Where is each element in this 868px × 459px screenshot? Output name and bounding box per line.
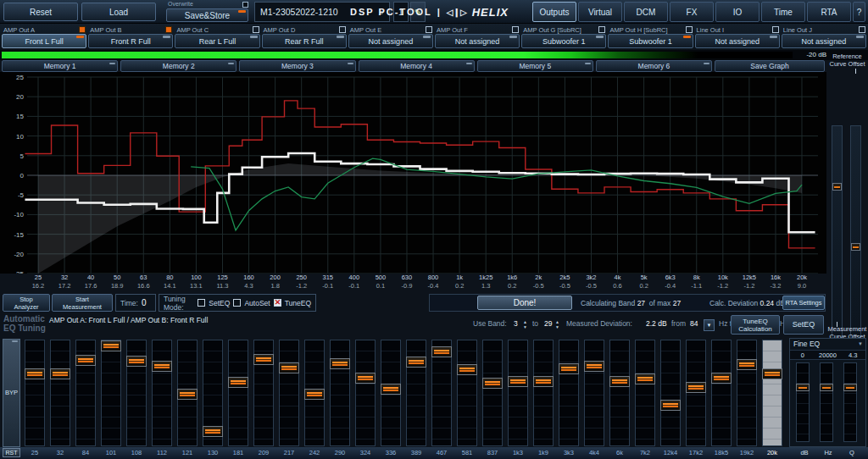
eq-slider-20k[interactable]: [762, 340, 782, 446]
eq-slider-84[interactable]: [75, 340, 96, 446]
eq-slider-18k5[interactable]: [711, 340, 732, 446]
eq-slider-handle[interactable]: [253, 354, 274, 365]
channel-checkbox[interactable]: [686, 26, 693, 33]
eq-slider-32[interactable]: [50, 340, 70, 446]
eq-slider-handle[interactable]: [25, 368, 45, 379]
channel-checkbox[interactable]: [772, 26, 779, 33]
channel-checkbox[interactable]: [253, 26, 259, 33]
reference-offset-handle[interactable]: [851, 243, 860, 251]
channel-assign-button[interactable]: Front L Full: [2, 34, 86, 48]
channel-checkbox[interactable]: [426, 26, 432, 33]
fine-eq-slider-handle[interactable]: [843, 384, 857, 391]
eq-slider-handle[interactable]: [457, 364, 477, 375]
fine-eq-slider-db[interactable]: [796, 362, 810, 442]
eq-slider-handle[interactable]: [126, 356, 147, 367]
eq-slider-389[interactable]: [406, 340, 426, 446]
band-from-spinner[interactable]: ▲▼: [522, 319, 528, 330]
eq-slider-handle[interactable]: [686, 382, 706, 393]
eq-slider-handle[interactable]: [330, 358, 350, 369]
eq-slider-handle[interactable]: [762, 368, 782, 379]
fine-eq-header[interactable]: Fine EQ ▼: [790, 339, 865, 350]
fine-eq-slider-handle[interactable]: [796, 384, 810, 391]
eq-slider-7k2[interactable]: [635, 340, 655, 446]
freq-from-value[interactable]: 84: [690, 319, 698, 328]
fine-eq-value[interactable]: 20000: [815, 351, 841, 359]
eq-slider-handle[interactable]: [101, 340, 121, 351]
mode-checkbox-tuneeq[interactable]: [274, 299, 281, 307]
eq-slider-242[interactable]: [304, 340, 325, 446]
eq-slider-handle[interactable]: [431, 346, 452, 357]
eq-slider-handle[interactable]: [381, 384, 401, 395]
eq-slider-handle[interactable]: [711, 373, 732, 384]
channel-assign-button[interactable]: Not assigned: [348, 34, 433, 48]
help-button[interactable]: ?: [853, 2, 865, 22]
eq-slider-handle[interactable]: [737, 359, 757, 370]
eq-slider-19k2[interactable]: [737, 340, 757, 446]
eq-slider-121[interactable]: [177, 340, 198, 446]
channel-checkbox[interactable]: [859, 26, 865, 33]
eq-slider-handle[interactable]: [533, 376, 554, 387]
eq-slider-handle[interactable]: [482, 378, 503, 389]
channel-assign-button[interactable]: Rear R Full: [262, 34, 347, 48]
stop-analyzer-button[interactable]: StopAnalyzer: [3, 294, 50, 312]
channel-assign-button[interactable]: Front R Full: [88, 34, 173, 48]
eq-slider-130[interactable]: [203, 340, 223, 446]
channel-assign-button[interactable]: Not assigned: [695, 34, 780, 48]
channel-checkbox[interactable]: [598, 26, 605, 33]
measurement-offset-handle[interactable]: [832, 183, 842, 191]
eq-slider-6k[interactable]: [609, 340, 630, 446]
rta-settings-button[interactable]: RTA Settings: [782, 296, 825, 310]
freq-from-dropdown[interactable]: ▼: [704, 319, 715, 331]
channel-checkbox[interactable]: [339, 26, 346, 33]
eq-slider-12k4[interactable]: [660, 340, 681, 446]
eq-slider-837[interactable]: [482, 340, 503, 446]
eq-slider-25[interactable]: [25, 340, 45, 446]
eq-slider-handle[interactable]: [584, 361, 604, 372]
eq-slider-336[interactable]: [381, 340, 401, 446]
nav-outputs[interactable]: Outputs: [532, 2, 576, 22]
eq-slider-handle[interactable]: [406, 357, 426, 368]
eq-slider-324[interactable]: [355, 340, 376, 446]
fine-eq-slider-handle[interactable]: [820, 384, 833, 391]
nav-io[interactable]: IO: [715, 2, 760, 22]
reset-button[interactable]: Reset: [3, 3, 78, 21]
eq-slider-467[interactable]: [431, 340, 452, 446]
eq-slider-209[interactable]: [253, 340, 274, 446]
fine-eq-value[interactable]: 4.3: [840, 351, 865, 359]
memory-tab-1[interactable]: Memory 1: [2, 60, 118, 72]
fine-eq-value[interactable]: 0: [790, 351, 815, 359]
eq-slider-handle[interactable]: [50, 368, 70, 379]
eq-slider-181[interactable]: [228, 340, 248, 446]
save-store-button[interactable]: Save&Store: [166, 8, 248, 22]
eq-slider-handle[interactable]: [508, 376, 528, 387]
nav-fx[interactable]: FX: [670, 2, 714, 22]
band-to-spinner[interactable]: ▲▼: [554, 319, 560, 330]
eq-slider-handle[interactable]: [355, 373, 376, 384]
mode-checkbox-autoset[interactable]: [233, 299, 241, 307]
eq-slider-112[interactable]: [152, 340, 172, 446]
band-to-value[interactable]: 29: [544, 319, 552, 328]
bypass-strip[interactable]: BYP: [3, 339, 20, 447]
nav-dcm[interactable]: DCM: [624, 2, 668, 22]
eq-slider-217[interactable]: [279, 340, 299, 446]
rst-button[interactable]: RST: [3, 448, 20, 457]
channel-assign-button[interactable]: Subwoofer 1: [608, 34, 693, 48]
start-measurement-button[interactable]: StartMeasurement: [52, 294, 113, 312]
tuneeq-calculation-button[interactable]: TuneEQCalculation: [731, 315, 780, 335]
load-button[interactable]: Load: [81, 3, 156, 21]
nav-time[interactable]: Time: [761, 2, 805, 22]
eq-slider-17k2[interactable]: [686, 340, 706, 446]
done-button[interactable]: Done!: [477, 296, 572, 310]
eq-slider-4k4[interactable]: [584, 340, 604, 446]
memory-tab-6[interactable]: Memory 6: [596, 60, 712, 72]
eq-slider-101[interactable]: [101, 340, 121, 446]
eq-slider-290[interactable]: [330, 340, 350, 446]
eq-slider-handle[interactable]: [304, 389, 325, 400]
channel-assign-button[interactable]: Rear L Full: [175, 34, 259, 48]
channel-assign-button[interactable]: Subwoofer 1: [521, 34, 606, 48]
eq-slider-handle[interactable]: [203, 426, 223, 437]
eq-slider-3k3[interactable]: [559, 340, 579, 446]
memory-tab-2[interactable]: Memory 2: [120, 60, 236, 72]
eq-slider-handle[interactable]: [660, 400, 681, 411]
channel-assign-button[interactable]: Not assigned: [435, 34, 520, 48]
